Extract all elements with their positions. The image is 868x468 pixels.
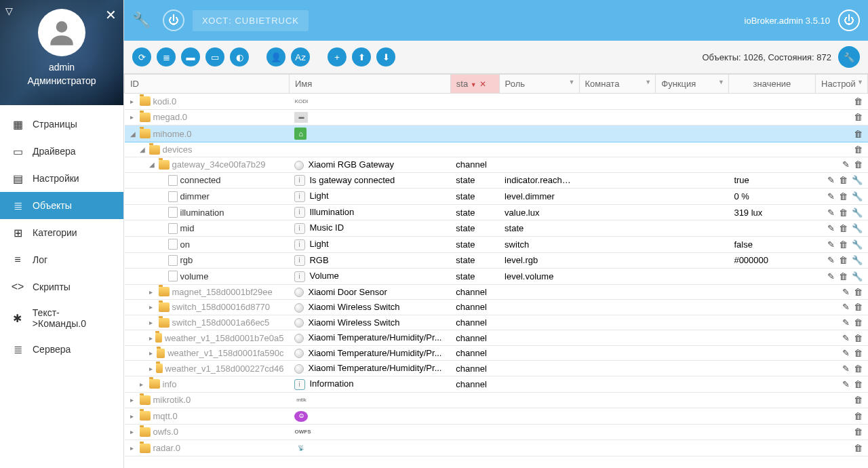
col-room[interactable]: Комната▼ (579, 75, 656, 94)
expander-icon[interactable]: ◢ (149, 161, 156, 168)
table-row[interactable]: ▸info Information channel ✎🗑 (125, 376, 868, 393)
add-button[interactable]: + (328, 47, 347, 66)
sort-button[interactable]: Aᴢ (291, 47, 310, 66)
delete-icon[interactable]: 🗑 (854, 364, 863, 374)
wrench-icon[interactable]: 🔧 (852, 191, 863, 201)
nav-item[interactable]: ▤Настройки (0, 165, 123, 192)
delete-icon[interactable]: 🗑 (854, 348, 863, 358)
wrench-icon[interactable]: 🔧 (852, 239, 863, 250)
delete-icon[interactable]: 🗑 (854, 159, 863, 170)
nav-item[interactable]: ▭Драйвера (0, 138, 123, 165)
wrench-icon[interactable]: 🔧 (852, 208, 863, 218)
power-icon[interactable]: ⏻ (163, 9, 184, 31)
expander-icon[interactable]: ▸ (130, 98, 137, 105)
delete-icon[interactable]: 🗑 (839, 208, 848, 218)
col-name[interactable]: Имя (289, 75, 450, 94)
expander-icon[interactable]: ▸ (130, 396, 137, 404)
expander-icon[interactable]: ▸ (140, 381, 146, 388)
folder-button[interactable]: ▬ (181, 47, 200, 66)
nav-item[interactable]: ≡Лог (0, 246, 123, 273)
table-row[interactable]: ▸mikrotik.0 mtik 🗑 (125, 392, 868, 408)
refresh-button[interactable]: ⟳ (132, 47, 151, 66)
nav-item[interactable]: ⊞Категории (0, 219, 123, 246)
table-row[interactable]: ▸weather_v1_158d0001b7e0a5 Xiaomi Temper… (125, 330, 868, 346)
dropdown-icon[interactable]: ▽ (5, 5, 13, 16)
delete-icon[interactable]: 🗑 (854, 129, 863, 139)
delete-icon[interactable]: 🗑 (839, 239, 848, 250)
edit-icon[interactable]: ✎ (842, 348, 850, 358)
col-id[interactable]: ID (125, 75, 290, 94)
wrench-icon[interactable]: 🔧 (852, 255, 863, 265)
expander-icon[interactable]: ▸ (149, 319, 156, 326)
table-row[interactable]: ◢gateway_34ce00fa7b29 Xiaomi RGB Gateway… (125, 157, 868, 173)
table-row[interactable]: ◢devices 🗑 (125, 142, 868, 157)
delete-icon[interactable]: 🗑 (854, 443, 863, 453)
expander-icon[interactable]: ▸ (130, 113, 137, 121)
table-row[interactable]: connected Is gateway connected state ind… (125, 172, 868, 189)
collapse-button[interactable]: ▭ (205, 47, 224, 66)
expander-icon[interactable]: ▸ (130, 428, 137, 435)
edit-icon[interactable]: ✎ (827, 271, 835, 281)
wrench-icon[interactable]: 🔧 (852, 271, 863, 281)
edit-icon[interactable]: ✎ (842, 379, 850, 389)
edit-icon[interactable]: ✎ (827, 208, 835, 218)
delete-icon[interactable]: 🗑 (839, 255, 848, 265)
delete-icon[interactable]: 🗑 (839, 175, 848, 185)
delete-icon[interactable]: 🗑 (854, 112, 863, 122)
upload-button[interactable]: ⬆ (352, 47, 371, 66)
col-value[interactable]: значение (728, 75, 815, 94)
table-row[interactable]: ◢mihome.0 ⌂ 🗑 (125, 125, 868, 142)
table-row[interactable]: ▸owfs.0 OWFS 🗑 (125, 424, 868, 440)
delete-icon[interactable]: 🗑 (854, 302, 863, 312)
table-row[interactable]: ▸mqtt.0 ⵙ 🗑 (125, 408, 868, 425)
delete-icon[interactable]: 🗑 (839, 223, 848, 233)
wrench-icon[interactable]: 🔧 (132, 12, 151, 29)
expander-icon[interactable]: ▸ (130, 444, 137, 452)
wrench-icon[interactable]: 🔧 (852, 175, 863, 185)
delete-icon[interactable]: 🗑 (854, 287, 863, 297)
table-row[interactable]: rgb RGB state level.rgb #000000 ✎🗑🔧 (125, 252, 868, 269)
delete-icon[interactable]: 🗑 (854, 96, 863, 106)
delete-icon[interactable]: 🗑 (854, 395, 863, 405)
download-button[interactable]: ⬇ (376, 47, 395, 66)
host-label[interactable]: ХОСТ: CUBIETRUCK (193, 10, 309, 31)
nav-item[interactable]: ▦Страницы (0, 111, 123, 138)
table-row[interactable]: mid Music ID state state ✎🗑🔧 (125, 220, 868, 237)
table-row[interactable]: ▸weather_v1_158d0001fa590c Xiaomi Temper… (125, 345, 868, 361)
close-icon[interactable]: ✕ (105, 7, 117, 23)
status-button[interactable]: ◐ (230, 47, 249, 66)
edit-icon[interactable]: ✎ (827, 191, 835, 201)
expander-icon[interactable]: ◢ (140, 146, 146, 153)
table-row[interactable]: volume Volume state level.volume ✎🗑🔧 (125, 269, 868, 285)
expander-icon[interactable]: ▸ (149, 303, 156, 311)
user-button[interactable]: 👤 (267, 47, 285, 66)
edit-icon[interactable]: ✎ (827, 239, 835, 250)
expander-icon[interactable]: ◢ (130, 130, 137, 138)
col-actions[interactable]: Настрой▼ (816, 75, 868, 94)
delete-icon[interactable]: 🗑 (854, 333, 863, 343)
delete-icon[interactable]: 🗑 (839, 271, 848, 281)
edit-icon[interactable]: ✎ (842, 159, 850, 170)
table-row[interactable]: ▸radar.0 📡 🗑 (125, 440, 868, 456)
table-row[interactable]: ▸magnet_158d0001bf29ee Xiaomi Door Senso… (125, 284, 868, 300)
table-row[interactable]: ▸megad.0 ▬ 🗑 (125, 109, 868, 125)
edit-icon[interactable]: ✎ (842, 333, 850, 343)
edit-icon[interactable]: ✎ (842, 287, 850, 297)
settings-button[interactable]: 🔧 (838, 46, 860, 68)
nav-item[interactable]: ≣Объекты (0, 192, 123, 219)
edit-icon[interactable]: ✎ (842, 364, 850, 374)
edit-icon[interactable]: ✎ (827, 255, 835, 265)
delete-icon[interactable]: 🗑 (839, 191, 848, 201)
avatar[interactable] (38, 9, 85, 56)
col-sta[interactable]: sta ▼✕ (450, 75, 499, 94)
expander-icon[interactable]: ▸ (130, 412, 137, 420)
table-row[interactable]: ▸switch_158d00016d8770 Xiaomi Wireless S… (125, 300, 868, 315)
table-row[interactable]: ▸switch_158d0001a66ec5 Xiaomi Wireless S… (125, 315, 868, 330)
nav-item[interactable]: ✱Текст->Команды.0 (0, 300, 123, 336)
nav-item[interactable]: ≣Сервера (0, 336, 123, 363)
wrench-icon[interactable]: 🔧 (852, 223, 863, 233)
edit-icon[interactable]: ✎ (827, 175, 835, 185)
col-func[interactable]: Функция▼ (656, 75, 729, 94)
edit-icon[interactable]: ✎ (842, 302, 850, 312)
table-row[interactable]: ▸weather_v1_158d000227cd46 Xiaomi Temper… (125, 361, 868, 376)
